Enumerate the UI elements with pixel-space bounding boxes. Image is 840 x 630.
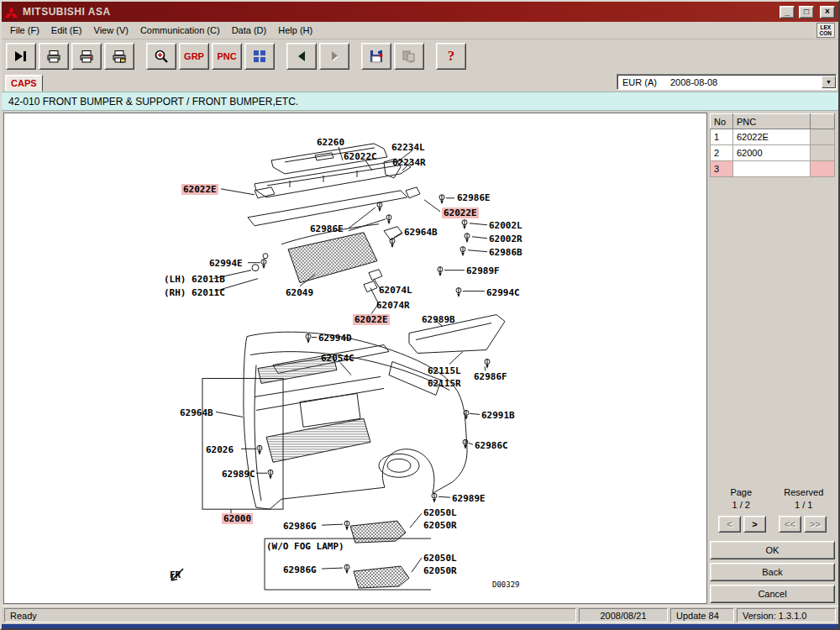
diagram-note: D00329 xyxy=(492,580,520,589)
transfer-button[interactable] xyxy=(394,43,424,70)
part-label[interactable]: 62991B xyxy=(481,410,515,421)
part-label[interactable]: 62964B xyxy=(180,407,213,418)
part-label[interactable]: 62074L xyxy=(379,285,412,296)
restore-button[interactable]: □ xyxy=(799,6,814,18)
save-button[interactable] xyxy=(361,43,391,70)
part-label[interactable]: 62115R xyxy=(428,378,461,389)
part-label[interactable]: 62260 xyxy=(317,137,344,148)
table-row[interactable]: 162022E xyxy=(711,129,835,145)
part-label[interactable]: 62234R xyxy=(392,157,426,168)
printer-icon xyxy=(79,49,94,64)
menu-file[interactable]: File (F) xyxy=(5,24,45,37)
grp-button[interactable]: GRP xyxy=(179,43,209,70)
part-label[interactable]: 62989C xyxy=(222,469,255,480)
lexcon-line1: LEX xyxy=(820,24,832,30)
part-label[interactable]: 62986G xyxy=(283,521,317,532)
part-label[interactable]: 62989F xyxy=(466,265,500,276)
part-label[interactable]: 62986B xyxy=(489,247,522,258)
part-label[interactable]: 62022E xyxy=(353,314,390,325)
part-label[interactable]: 62050R xyxy=(423,565,457,576)
part-label[interactable]: 62074R xyxy=(376,300,410,311)
chevron-down-icon[interactable]: ▼ xyxy=(822,76,836,88)
back-arrow-button[interactable] xyxy=(286,43,317,70)
help-button[interactable]: ? xyxy=(436,43,466,70)
ok-button[interactable]: OK xyxy=(710,541,835,559)
tile-view-icon xyxy=(252,49,267,64)
menu-view[interactable]: View (V) xyxy=(89,24,134,37)
part-label[interactable]: 62026 xyxy=(206,444,234,455)
menu-data[interactable]: Data (D) xyxy=(227,24,272,37)
forward-arrow-icon xyxy=(327,49,342,64)
status-version: Version: 1.3.1.0 xyxy=(737,608,836,622)
pnc-table-body: 162022E2620003 xyxy=(711,129,835,177)
close-button[interactable]: × xyxy=(820,6,835,18)
tile-view-button[interactable] xyxy=(244,43,275,70)
table-row[interactable]: 3 xyxy=(711,161,835,177)
lexcon-line2: CON xyxy=(820,30,832,36)
minimize-button[interactable]: _ xyxy=(780,6,795,18)
tab-caps[interactable]: CAPS xyxy=(5,75,43,92)
part-label[interactable]: (RH) 62011C xyxy=(164,287,225,298)
nav-spacer xyxy=(769,516,776,533)
status-message: Ready xyxy=(4,608,576,622)
diagram-labels: 6226062022C62234L62234R62022E62986E62022… xyxy=(4,113,706,603)
diagram-note: (W/O FOG LAMP) xyxy=(266,541,344,552)
print-setup-button[interactable] xyxy=(104,43,134,70)
part-label[interactable]: 62002L xyxy=(489,220,522,231)
print-setup-icon xyxy=(112,49,127,64)
col-header-pnc: PNC xyxy=(733,114,811,129)
back-button[interactable]: Back xyxy=(710,563,835,581)
print-preview-button[interactable] xyxy=(39,43,69,70)
part-label[interactable]: 62050L xyxy=(423,553,457,564)
region-combobox[interactable]: EUR (A) 2008-08-08 ▼ xyxy=(617,74,837,90)
part-label[interactable]: (LH) 62011B xyxy=(164,274,225,285)
part-label[interactable]: 62989B xyxy=(422,314,455,325)
part-label[interactable]: 62234L xyxy=(391,142,425,153)
menu-help[interactable]: Help (H) xyxy=(273,24,318,37)
part-label[interactable]: 62986E xyxy=(457,192,491,203)
first-reserved-button[interactable]: << xyxy=(779,516,801,533)
menubar: File (F) Edit (E) View (V) Communication… xyxy=(2,22,838,39)
print-preview-icon xyxy=(46,49,61,64)
part-label[interactable]: 62994E xyxy=(209,258,243,269)
part-label[interactable]: 62115L xyxy=(428,365,461,376)
part-label[interactable]: 62022E xyxy=(181,184,218,195)
menu-edit[interactable]: Edit (E) xyxy=(46,24,87,37)
status-update: Update 84 xyxy=(670,608,734,622)
skip-nav-icon xyxy=(13,49,29,64)
menu-communication[interactable]: Communication (C) xyxy=(135,24,225,37)
region-date: 2008-08-08 xyxy=(670,77,717,87)
part-label[interactable]: 62049 xyxy=(286,287,313,298)
forward-arrow-button[interactable] xyxy=(319,43,349,70)
part-label[interactable]: 62002R xyxy=(489,234,522,244)
part-label[interactable]: 62050L xyxy=(423,507,457,518)
part-label[interactable]: 62986C xyxy=(475,440,508,451)
cancel-button[interactable]: Cancel xyxy=(710,585,835,603)
grp-label: GRP xyxy=(184,51,204,61)
skip-nav-button[interactable] xyxy=(6,43,36,70)
zoom-button[interactable] xyxy=(146,43,176,70)
part-label[interactable]: 62050R xyxy=(423,520,457,531)
last-reserved-button[interactable]: >> xyxy=(804,516,827,533)
prev-page-button[interactable]: < xyxy=(718,516,741,533)
reserved-value: 1 / 1 xyxy=(773,500,836,510)
part-label[interactable]: 62986F xyxy=(474,371,507,382)
part-label[interactable]: 62989E xyxy=(452,493,486,504)
page-label: Page xyxy=(710,487,773,497)
statusbar: Ready 2008/08/21 Update 84 Version: 1.3.… xyxy=(2,606,838,624)
part-label[interactable]: 62994C xyxy=(486,287,520,298)
lexcon-badge[interactable]: LEX CON xyxy=(816,23,835,39)
part-label[interactable]: 62994D xyxy=(318,333,352,344)
part-label[interactable]: 62054C xyxy=(321,353,354,364)
part-label[interactable]: 62000 xyxy=(222,513,253,524)
table-row[interactable]: 262000 xyxy=(711,145,835,161)
part-label[interactable]: 62986G xyxy=(283,564,317,575)
part-label[interactable]: 62022E xyxy=(442,207,479,218)
print-button[interactable] xyxy=(71,43,102,70)
next-page-button[interactable]: > xyxy=(743,516,766,533)
part-label[interactable]: 62022C xyxy=(344,151,377,162)
pnc-button[interactable]: PNC xyxy=(212,43,242,70)
col-header-no: No xyxy=(711,114,733,129)
part-label[interactable]: 62986E xyxy=(310,223,344,234)
part-label[interactable]: 62964B xyxy=(404,227,438,238)
